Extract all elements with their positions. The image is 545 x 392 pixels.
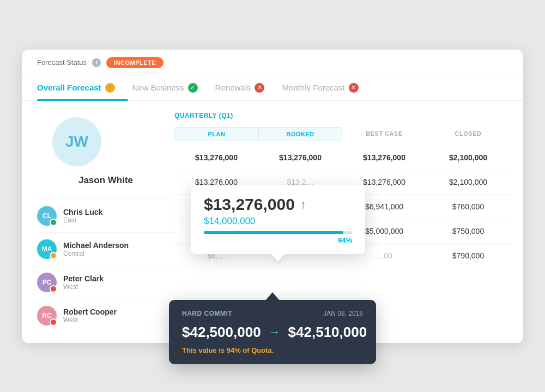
rep-region: West: [63, 316, 117, 324]
tab-monthly-forecast[interactable]: Monthly Forecast ✕: [282, 74, 371, 100]
tab-new-business-icon: ✓: [188, 83, 198, 93]
tab-overall-label: Overall Forecast: [37, 83, 101, 92]
col-booked-header: BOOKED: [258, 127, 342, 141]
rep-list: CL Chris Luck East MA Michael Anderson: [37, 199, 174, 332]
progress-bar-bg: [204, 231, 352, 234]
tooltip-sub-value: $14,000,000: [204, 216, 352, 227]
info-icon[interactable]: i: [92, 58, 101, 67]
progress-bar-fill: [204, 231, 343, 234]
rep-info: Peter Clark West: [63, 274, 104, 291]
list-item[interactable]: PC Peter Clark West: [37, 266, 174, 299]
status-dot-orange: [50, 252, 57, 260]
main-closed: $2,100,000: [426, 153, 510, 162]
avatar-initials: MA: [42, 245, 52, 253]
rep-name: Chris Luck: [63, 208, 102, 216]
avatar-initials: CL: [43, 212, 51, 220]
tab-renewals[interactable]: Renewals ✕: [215, 74, 278, 100]
tab-renewals-label: Renewals: [215, 83, 251, 92]
status-dot-red: [50, 318, 57, 326]
dark-tooltip-values: $42,500,000 → $42,510,000: [182, 324, 363, 341]
rep-info: Robert Cooper West: [63, 307, 117, 324]
rep-name: Peter Clark: [63, 274, 104, 283]
col-best-case-header: BEST CASE: [342, 127, 426, 141]
up-arrow-icon: ↑: [300, 197, 306, 212]
avatar: PC: [37, 273, 57, 292]
rep0-closed: $2,100,000: [426, 178, 510, 186]
list-item[interactable]: CL Chris Luck East: [37, 199, 174, 232]
dark-tooltip-pointer: [266, 292, 279, 300]
left-panel: JW Jason White CL Chris Luck East MA: [22, 112, 174, 332]
status-dot-green: [50, 219, 57, 226]
tab-renewals-icon: ✕: [255, 83, 264, 93]
dark-val-from: $42,500,000: [182, 324, 261, 341]
col-closed-header: CLOSED: [426, 127, 510, 141]
tooltip-main-value: $13,276,000 ↑: [204, 195, 352, 214]
tab-new-business[interactable]: New Business ✓: [132, 74, 211, 100]
dark-tooltip-note: This value is 94% of Quota.: [182, 346, 363, 354]
table-row: $13,276,000 $13,276,000 $13,276,000 $2,1…: [174, 146, 510, 170]
forecast-status-bar: Forecast Status i INCOMPLETE: [22, 50, 523, 74]
rep-region: East: [63, 216, 102, 224]
rep-info: Chris Luck East: [63, 208, 102, 224]
tab-overall-forecast[interactable]: Overall Forecast !: [37, 74, 128, 100]
rep-name: Michael Anderson: [63, 241, 129, 250]
main-best-case: $13,276,000: [342, 153, 426, 162]
rep2-closed: $750,000: [426, 227, 510, 236]
dark-tooltip-title: HARD COMMIT: [182, 310, 232, 317]
tab-bar: Overall Forecast ! New Business ✓ Renewa…: [22, 74, 523, 101]
tooltip-pct-highlight: 94%: [227, 346, 241, 354]
tab-overall-icon: !: [105, 83, 115, 93]
rep-region: Central: [63, 250, 129, 257]
tooltip-pct: 94%: [204, 236, 352, 244]
tab-new-business-label: New Business: [132, 83, 184, 92]
dark-tooltip-date: JAN 08, 2018: [323, 310, 363, 317]
avatar: MA: [37, 239, 57, 259]
main-card: Forecast Status i INCOMPLETE Overall For…: [22, 50, 523, 343]
main-content: JW Jason White CL Chris Luck East MA: [22, 101, 523, 343]
avatar-initials: RC: [42, 312, 51, 319]
dark-tooltip: HARD COMMIT JAN 08, 2018 $42,500,000 → $…: [169, 300, 376, 364]
col-plan-header: PLAN: [174, 127, 258, 141]
main-booked: $13,276,000: [258, 153, 342, 162]
forecast-status-label: Forecast Status: [37, 58, 87, 67]
main-plan: $13,276,000: [174, 153, 258, 162]
avatar-initials: PC: [43, 279, 52, 286]
rep3-closed: $790,000: [426, 251, 510, 260]
list-item[interactable]: MA Michael Anderson Central: [37, 232, 174, 266]
light-tooltip: $13,276,000 ↑ $14,000,000 94%: [191, 185, 365, 254]
tab-monthly-label: Monthly Forecast: [282, 83, 344, 92]
main-rep-avatar: JW: [52, 117, 101, 166]
dark-tooltip-header: HARD COMMIT JAN 08, 2018: [182, 310, 363, 317]
rep-region: West: [63, 283, 104, 291]
table-header: PLAN BOOKED BEST CASE CLOSED: [174, 127, 510, 141]
status-dot-red: [50, 285, 57, 293]
rep-info: Michael Anderson Central: [63, 241, 129, 257]
main-rep-name: Jason White: [37, 175, 174, 186]
tooltip-card: $13,276,000 ↑ $14,000,000 94%: [191, 185, 365, 254]
rep1-closed: $760,000: [426, 202, 510, 211]
dark-val-to: $42,510,000: [288, 324, 367, 341]
avatar: RC: [37, 306, 57, 325]
arrow-right-icon: →: [269, 325, 281, 339]
tab-monthly-icon: ✕: [349, 83, 359, 93]
quarterly-label: QUARTERLY (Q1): [174, 112, 510, 119]
avatar: CL: [37, 206, 57, 226]
incomplete-badge: INCOMPLETE: [106, 57, 164, 68]
list-item[interactable]: RC Robert Cooper West: [37, 299, 174, 332]
tooltip-pointer: [271, 254, 284, 262]
rep-name: Robert Cooper: [63, 307, 117, 316]
